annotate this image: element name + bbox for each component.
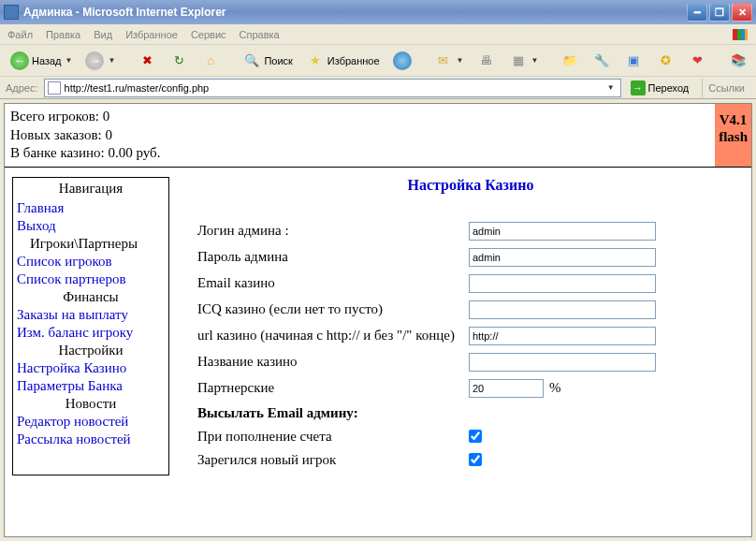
password-input[interactable] [469, 248, 656, 267]
tool-icon: 🔧 [592, 51, 611, 70]
on-register-checkbox[interactable] [469, 453, 482, 466]
stop-button[interactable]: ✖ [133, 49, 161, 73]
main-form: Настройка Казино Логин админа : Пароль а… [197, 177, 744, 475]
search-button[interactable]: 🔍 Поиск [238, 49, 297, 73]
partner-input[interactable] [469, 379, 544, 398]
menu-tools[interactable]: Сервис [191, 29, 226, 40]
favorites-label: Избранное [327, 55, 380, 66]
page-content: Всего игроков: 0 Новых заказов: 0 В банк… [4, 103, 752, 537]
ext-button-1[interactable]: 📁 [556, 49, 584, 73]
page-icon [48, 81, 61, 95]
partner-label: Партнерские [197, 380, 469, 396]
mail-icon: ✉ [434, 51, 453, 70]
version-line2: flash [719, 128, 748, 145]
nav-change-balance[interactable]: Изм. баланс игроку [13, 324, 168, 342]
back-icon: ← [10, 51, 29, 70]
chevron-down-icon[interactable]: ▼ [604, 83, 618, 92]
url-label: url казино (начиная с http:// и без "/" … [197, 328, 469, 344]
forward-icon: → [85, 51, 104, 70]
address-label: Адрес: [6, 82, 38, 94]
on-deposit-checkbox[interactable] [469, 430, 482, 443]
menu-view[interactable]: Вид [94, 29, 112, 40]
nav-payout-orders[interactable]: Заказы на выплату [13, 306, 168, 324]
nav-casino-settings[interactable]: Настройка Казино [13, 359, 168, 377]
svg-rect-1 [737, 29, 741, 40]
nav-group-news: Новости [13, 395, 168, 413]
casino-name-input[interactable] [469, 353, 656, 372]
minimize-button[interactable]: ━ [687, 3, 707, 22]
ext-button-4[interactable]: ✪ [651, 49, 679, 73]
search-icon: 🔍 [242, 51, 261, 70]
ext-button-2[interactable]: 🔧 [588, 49, 616, 73]
search-label: Поиск [264, 55, 292, 66]
go-button[interactable]: → Переход [627, 79, 693, 97]
nav-panel: Навигация Главная Выход Игроки\Партнеры … [12, 177, 169, 475]
icq-input[interactable] [469, 300, 656, 319]
close-button[interactable]: ✕ [732, 3, 752, 22]
home-icon: ⌂ [201, 51, 220, 70]
menu-edit[interactable]: Правка [46, 29, 80, 40]
menu-file[interactable]: Файл [7, 29, 33, 40]
go-icon: → [631, 80, 646, 95]
stop-icon: ✖ [138, 51, 156, 70]
nav-home[interactable]: Главная [13, 199, 168, 217]
media-icon [393, 51, 412, 70]
stats-bar: Всего игроков: 0 Новых заказов: 0 В банк… [5, 104, 751, 168]
casino-name-label: Название казино [197, 354, 469, 370]
forward-button[interactable]: → ▼ [80, 49, 120, 73]
ext-button-3[interactable]: ▣ [619, 49, 647, 73]
edit-button[interactable]: ▦▼ [504, 49, 544, 73]
email-input[interactable] [469, 274, 656, 293]
heart-icon: ❤ [688, 51, 706, 70]
version-badge: V4.1 flash [715, 104, 751, 167]
ext-button-6[interactable]: 📚 [724, 49, 752, 73]
mail-button[interactable]: ✉▼ [429, 49, 469, 73]
send-email-header: Высылать Email админу: [197, 405, 469, 421]
page-title: Настройка Казино [197, 177, 744, 194]
on-register-label: Зарегился новый игрок [197, 452, 469, 468]
ext-button-5[interactable]: ❤ [683, 49, 711, 73]
stat-players: Всего игроков: 0 [10, 108, 709, 126]
books-icon: 📚 [729, 51, 748, 70]
nav-bank-params[interactable]: Параметры Банка [13, 377, 168, 395]
url-input[interactable] [469, 327, 656, 345]
star-icon: ★ [306, 51, 325, 70]
on-deposit-label: При пополнение счета [197, 429, 469, 445]
stat-orders: Новых заказов: 0 [10, 126, 709, 145]
back-label: Назад [32, 55, 62, 66]
links-button[interactable]: Ссылки [702, 79, 750, 97]
back-button[interactable]: ← Назад ▼ [6, 49, 77, 73]
email-label: Email казино [197, 275, 469, 291]
media-button[interactable] [388, 49, 416, 73]
nav-players-list[interactable]: Список игроков [13, 253, 168, 270]
login-input[interactable] [469, 222, 656, 241]
nav-partners-list[interactable]: Список партнеров [13, 270, 168, 288]
favorites-button[interactable]: ★ Избранное [301, 49, 385, 73]
address-bar: Адрес: ▼ → Переход Ссылки [0, 77, 756, 99]
stat-bank: В банке казино: 0.00 руб. [10, 144, 709, 163]
chevron-down-icon: ▼ [531, 56, 539, 65]
edit-icon: ▦ [509, 51, 528, 70]
folder-icon: 📁 [560, 51, 579, 70]
chevron-down-icon: ▼ [65, 56, 73, 65]
toolbar: ← Назад ▼ → ▼ ✖ ↻ ⌂ 🔍 Поиск ★ Избранное … [0, 45, 756, 77]
chevron-down-icon: ▼ [108, 56, 115, 65]
nav-exit[interactable]: Выход [13, 217, 168, 235]
maximize-button[interactable]: ❐ [709, 3, 730, 22]
menubar: Файл Правка Вид Избранное Сервис Справка [0, 24, 756, 45]
go-label: Переход [648, 82, 690, 94]
star-outline-icon: ✪ [656, 51, 675, 70]
nav-header: Навигация [13, 178, 168, 199]
menu-help[interactable]: Справка [240, 29, 280, 40]
menu-favorites[interactable]: Избранное [125, 29, 178, 40]
print-icon: 🖶 [477, 51, 496, 70]
address-input[interactable] [65, 82, 601, 94]
nav-news-mail[interactable]: Рассылка новостей [13, 431, 168, 448]
partner-suffix: % [549, 380, 561, 396]
window-icon: ▣ [624, 51, 643, 70]
print-button[interactable]: 🖶 [472, 49, 501, 73]
address-field[interactable]: ▼ [44, 79, 621, 97]
home-button[interactable]: ⌂ [196, 49, 225, 73]
nav-news-editor[interactable]: Редактор новостей [13, 413, 168, 431]
refresh-button[interactable]: ↻ [165, 49, 193, 73]
